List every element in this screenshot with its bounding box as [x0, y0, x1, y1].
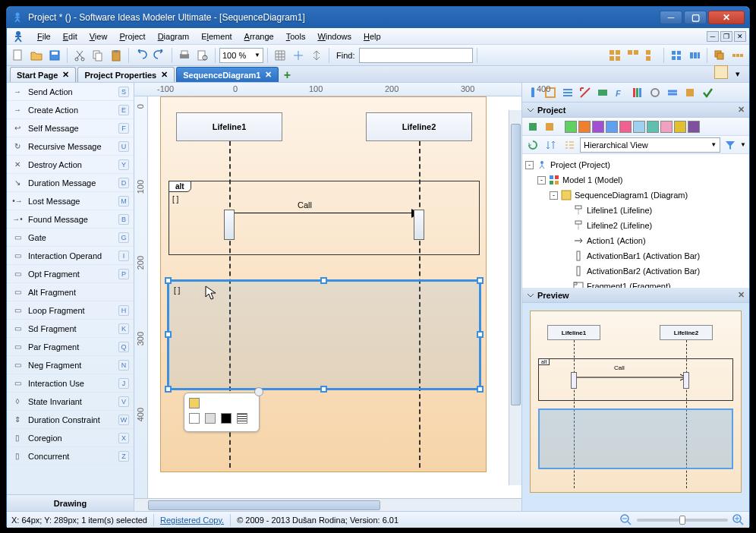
toolbox-item-create-action[interactable]: →Create ActionE [7, 101, 134, 119]
guides-button[interactable] [308, 47, 325, 64]
toolbox-item-gate[interactable]: ▭GateG [7, 229, 134, 247]
cut-button[interactable] [71, 47, 88, 64]
layout-btn-2[interactable] [625, 47, 641, 64]
menu-diagram[interactable]: Diagram [152, 30, 196, 43]
toolbox-item-concurrent[interactable]: ▯ConcurrentZ [7, 447, 134, 465]
panel-btn[interactable] [647, 85, 663, 100]
panel-btn[interactable] [682, 85, 698, 100]
toolbox-item-sd-fragment[interactable]: ▭Sd FragmentK [7, 320, 134, 338]
horizontal-scrollbar[interactable] [134, 498, 521, 511]
redo-button[interactable] [151, 47, 168, 64]
toolbox-item-interaction-use[interactable]: ▭Interaction UseJ [7, 374, 134, 393]
color-swatch[interactable] [205, 413, 216, 424]
close-panel-icon[interactable]: ✕ [738, 290, 745, 300]
toolbox-item-neg-fragment[interactable]: ▭Neg FragmentN [7, 356, 134, 374]
toolbox-item-state-invariant[interactable]: ◊State InvariantV [7, 393, 134, 411]
print-button[interactable] [176, 47, 193, 64]
resize-handle[interactable] [165, 386, 172, 393]
close-icon[interactable]: ✕ [62, 70, 69, 80]
refresh-button[interactable] [525, 137, 540, 153]
resize-handle[interactable] [320, 277, 327, 284]
zoom-slider[interactable] [637, 519, 728, 522]
tree-node[interactable]: Lifeline1 (Lifeline) [525, 203, 746, 218]
panel-btn[interactable] [665, 85, 680, 100]
toolbox-item-opt-fragment[interactable]: ▭Opt FragmentP [7, 265, 134, 283]
toolbox-item-duration-message[interactable]: ↘Duration MessageD [7, 174, 134, 192]
color-box[interactable] [565, 121, 577, 133]
color-box[interactable] [619, 121, 632, 133]
print-preview-button[interactable] [194, 47, 211, 64]
layout-btn-1[interactable] [606, 47, 623, 64]
vertical-scrollbar[interactable] [509, 110, 521, 485]
toolbox-item-duration-constraint[interactable]: ⇕Duration ConstraintW [7, 411, 134, 429]
tab-sequence-diagram[interactable]: SequenceDiagram1✕ [176, 67, 279, 82]
resize-handle[interactable] [477, 277, 484, 284]
tile-btn-2[interactable] [686, 47, 703, 64]
toolbox-item-alt-fragment[interactable]: ▭Alt Fragment [7, 283, 134, 301]
mdi-minimize-button[interactable]: ─ [707, 31, 719, 42]
preview-body[interactable]: Lifeline1 Lifeline2 alt Call [522, 303, 749, 511]
snap-button[interactable] [290, 47, 307, 64]
panel-btn[interactable] [578, 85, 593, 100]
popup-handle[interactable] [254, 387, 263, 396]
menu-arrange[interactable]: Arrange [238, 30, 280, 43]
project-tree[interactable]: -Project (Project)-Model 1 (Model)-Seque… [522, 154, 749, 288]
tree-node[interactable]: -Model 1 (Model) [525, 172, 746, 188]
save-button[interactable] [46, 47, 63, 64]
registered-link[interactable]: Registered Copy. [160, 516, 224, 525]
color-box[interactable] [688, 121, 700, 133]
lifeline-2[interactable]: Lifeline2 [366, 112, 472, 141]
view-mode-select[interactable]: Hierarchical View▼ [580, 137, 720, 153]
panel-btn[interactable] [700, 85, 715, 100]
lifeline-1[interactable]: Lifeline1 [176, 112, 282, 141]
grid-button[interactable] [272, 47, 288, 64]
toolbox-item-self-message[interactable]: ↩Self MessageF [7, 119, 134, 137]
tree-expander[interactable]: - [525, 161, 534, 169]
tree-expander[interactable]: - [537, 176, 546, 184]
close-panel-icon[interactable]: ✕ [738, 105, 745, 115]
toolbox-item-par-fragment[interactable]: ▭Par FragmentQ [7, 338, 134, 356]
copy-button[interactable] [90, 47, 106, 64]
color-swatch[interactable] [189, 413, 200, 424]
tab-list-button[interactable]: ▾ [729, 65, 746, 82]
paste-button[interactable] [108, 47, 124, 64]
color-box[interactable] [578, 121, 591, 133]
tree-node[interactable]: -SequenceDiagram1 (Diagram) [525, 188, 746, 203]
color-swatch[interactable] [189, 398, 200, 408]
tile-btn-1[interactable] [668, 47, 685, 64]
toolbox-item-interaction-operand[interactable]: ▭Interaction OperandI [7, 247, 134, 265]
panel-btn[interactable]: F [613, 85, 628, 100]
color-swatch[interactable] [221, 413, 232, 424]
menu-edit[interactable]: Edit [57, 30, 83, 43]
tab-options-button[interactable] [714, 65, 728, 79]
new-button[interactable] [10, 47, 27, 64]
menu-windows[interactable]: Windows [311, 30, 358, 43]
style-popup[interactable] [184, 393, 260, 432]
resize-handle[interactable] [477, 331, 484, 338]
filter-button[interactable] [723, 138, 737, 152]
add-button[interactable] [525, 119, 540, 134]
tree-node[interactable]: ActivationBar2 (Activation Bar) [525, 263, 746, 279]
color-box[interactable] [592, 121, 604, 133]
toolbox-item-found-message[interactable]: →•Found MessageB [7, 210, 134, 229]
tree-button[interactable] [562, 137, 577, 153]
toolbox-item-coregion[interactable]: ▯CoregionX [7, 429, 134, 447]
close-icon[interactable]: ✕ [265, 70, 272, 80]
panel-btn[interactable] [560, 85, 575, 100]
toolbox-item-destroy-action[interactable]: ✕Destroy ActionY [7, 156, 134, 174]
resize-handle[interactable] [165, 331, 172, 338]
activation-bar-1[interactable] [224, 210, 235, 240]
alt-fragment[interactable]: alt [ ] [169, 181, 480, 255]
maximize-button[interactable]: ▢ [684, 11, 707, 24]
menu-file[interactable]: File [31, 30, 57, 43]
close-icon[interactable]: ✕ [161, 70, 168, 80]
cascade-button[interactable] [711, 47, 728, 64]
tree-node[interactable]: Lifeline2 (Lifeline) [525, 218, 746, 233]
menu-element[interactable]: Element [195, 30, 238, 43]
resize-handle[interactable] [477, 386, 484, 393]
tab-project-properties[interactable]: Project Properties✕ [77, 67, 175, 82]
find-input[interactable] [359, 48, 473, 63]
menu-project[interactable]: Project [113, 30, 151, 43]
toolbox-item-send-action[interactable]: →Send ActionS [7, 83, 134, 101]
diagram-canvas[interactable]: Lifeline1 Lifeline2 alt [ ] Call [148, 96, 521, 498]
